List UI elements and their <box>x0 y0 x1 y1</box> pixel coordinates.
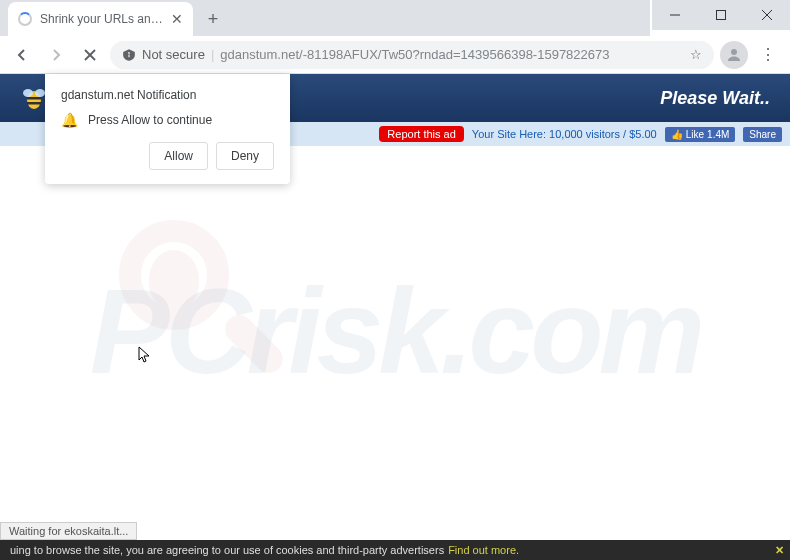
stop-reload-button[interactable] <box>76 41 104 69</box>
svg-point-10 <box>23 89 33 97</box>
close-window-button[interactable] <box>744 0 790 30</box>
url-text: gdanstum.net/-81198AFUX/Tw50?rndad=14395… <box>220 47 609 62</box>
browser-tab[interactable]: Shrink your URLs and get paid! ✕ <box>8 2 193 36</box>
bell-icon: 🔔 <box>61 112 78 128</box>
loading-spinner-icon <box>18 12 32 26</box>
fb-like-button[interactable]: 👍 Like 1.4M <box>665 127 736 142</box>
thumbs-up-icon: 👍 <box>671 129 683 140</box>
please-wait-text: Please Wait.. <box>660 88 770 109</box>
svg-point-6 <box>731 49 737 55</box>
minimize-button[interactable] <box>652 0 698 30</box>
bee-logo-icon <box>20 84 48 112</box>
not-secure-icon <box>122 48 136 62</box>
new-tab-button[interactable]: + <box>199 5 227 33</box>
cookie-text: uing to browse the site, you are agreein… <box>10 544 444 556</box>
menu-button[interactable]: ⋮ <box>754 45 782 64</box>
bookmark-star-icon[interactable]: ☆ <box>690 47 702 62</box>
tab-strip: Shrink your URLs and get paid! ✕ + <box>0 0 650 36</box>
fb-share-button[interactable]: Share <box>743 127 782 142</box>
notification-permission-popup: gdanstum.net Notification 🔔 Press Allow … <box>45 74 290 184</box>
notification-body-text: Press Allow to continue <box>88 113 212 127</box>
allow-button[interactable]: Allow <box>149 142 208 170</box>
cookie-consent-bar: uing to browse the site, you are agreein… <box>0 540 790 560</box>
address-bar[interactable]: Not secure | gdanstum.net/-81198AFUX/Tw5… <box>110 41 714 69</box>
not-secure-label: Not secure <box>142 47 205 62</box>
notification-title: gdanstum.net Notification <box>61 88 274 102</box>
forward-button[interactable] <box>42 41 70 69</box>
profile-button[interactable] <box>720 41 748 69</box>
svg-rect-9 <box>27 102 41 105</box>
your-site-here-link[interactable]: Your Site Here: 10,000 visitors / $5.00 <box>472 128 657 140</box>
maximize-button[interactable] <box>698 0 744 30</box>
deny-button[interactable]: Deny <box>216 142 274 170</box>
svg-point-11 <box>35 89 45 97</box>
back-button[interactable] <box>8 41 36 69</box>
find-out-more-link[interactable]: Find out more. <box>448 544 519 556</box>
report-ad-button[interactable]: Report this ad <box>379 126 463 142</box>
status-bar: Waiting for ekoskaita.lt... <box>0 522 137 540</box>
watermark-magnifier-icon <box>119 220 299 400</box>
browser-toolbar: Not secure | gdanstum.net/-81198AFUX/Tw5… <box>0 36 790 74</box>
svg-rect-8 <box>27 97 41 100</box>
cookie-close-icon[interactable]: ✕ <box>775 544 784 557</box>
window-controls <box>652 0 790 30</box>
tab-close-icon[interactable]: ✕ <box>171 11 183 27</box>
tab-title: Shrink your URLs and get paid! <box>40 12 165 26</box>
svg-rect-1 <box>717 11 726 20</box>
